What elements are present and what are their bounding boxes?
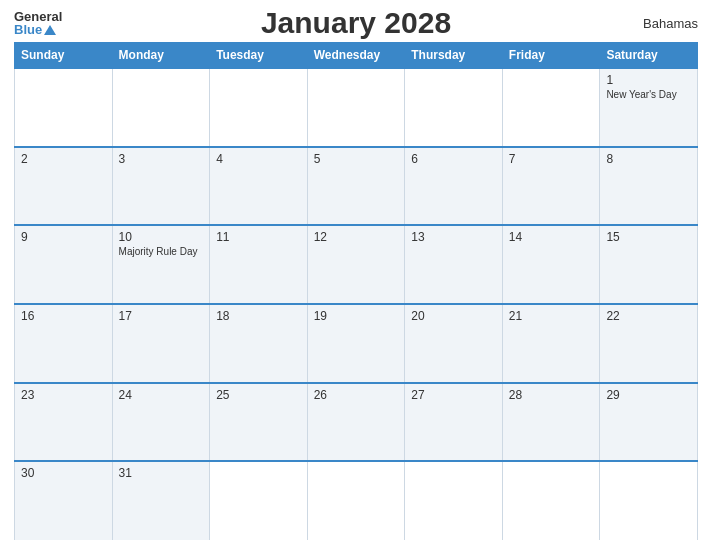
day-header-thursday: Thursday: [405, 43, 503, 69]
calendar-cell: 19: [307, 304, 405, 383]
day-number: 7: [509, 152, 594, 166]
day-number: 14: [509, 230, 594, 244]
day-number: 19: [314, 309, 399, 323]
day-number: 12: [314, 230, 399, 244]
calendar-week-row: 1New Year's Day: [15, 68, 698, 147]
day-number: 27: [411, 388, 496, 402]
day-number: 1: [606, 73, 691, 87]
calendar-cell: 17: [112, 304, 210, 383]
calendar-cell: 8: [600, 147, 698, 226]
day-number: 30: [21, 466, 106, 480]
calendar-cell: 5: [307, 147, 405, 226]
calendar-cell: 18: [210, 304, 308, 383]
calendar-cell: [502, 68, 600, 147]
calendar-cell: [210, 68, 308, 147]
calendar-page: General Blue January 2028 Bahamas Sunday…: [0, 0, 712, 550]
calendar-cell: 24: [112, 383, 210, 462]
day-number: 8: [606, 152, 691, 166]
day-number: 5: [314, 152, 399, 166]
day-header-monday: Monday: [112, 43, 210, 69]
logo-triangle-icon: [44, 25, 56, 35]
calendar-header: General Blue January 2028 Bahamas: [14, 10, 698, 36]
calendar-cell: 10Majority Rule Day: [112, 225, 210, 304]
calendar-cell: 3: [112, 147, 210, 226]
calendar-table: SundayMondayTuesdayWednesdayThursdayFrid…: [14, 42, 698, 540]
day-header-sunday: Sunday: [15, 43, 113, 69]
day-number: 9: [21, 230, 106, 244]
calendar-title: January 2028: [261, 6, 451, 40]
calendar-cell: 16: [15, 304, 113, 383]
calendar-cell: 23: [15, 383, 113, 462]
calendar-cell: 25: [210, 383, 308, 462]
day-number: 22: [606, 309, 691, 323]
calendar-cell: 21: [502, 304, 600, 383]
day-number: 10: [119, 230, 204, 244]
holiday-name: Majority Rule Day: [119, 246, 204, 257]
day-header-friday: Friday: [502, 43, 600, 69]
calendar-cell: 2: [15, 147, 113, 226]
country-name: Bahamas: [643, 16, 698, 31]
calendar-cell: 6: [405, 147, 503, 226]
calendar-cell: 12: [307, 225, 405, 304]
days-of-week-row: SundayMondayTuesdayWednesdayThursdayFrid…: [15, 43, 698, 69]
day-number: 18: [216, 309, 301, 323]
calendar-cell: 28: [502, 383, 600, 462]
day-number: 17: [119, 309, 204, 323]
day-number: 25: [216, 388, 301, 402]
calendar-cell: [405, 68, 503, 147]
holiday-name: New Year's Day: [606, 89, 691, 100]
calendar-week-row: 16171819202122: [15, 304, 698, 383]
calendar-cell: [15, 68, 113, 147]
calendar-cell: [307, 461, 405, 540]
calendar-week-row: 2345678: [15, 147, 698, 226]
calendar-cell: 27: [405, 383, 503, 462]
day-header-tuesday: Tuesday: [210, 43, 308, 69]
calendar-cell: 22: [600, 304, 698, 383]
calendar-cell: [405, 461, 503, 540]
day-header-saturday: Saturday: [600, 43, 698, 69]
day-number: 21: [509, 309, 594, 323]
day-number: 26: [314, 388, 399, 402]
day-header-wednesday: Wednesday: [307, 43, 405, 69]
day-number: 2: [21, 152, 106, 166]
day-number: 20: [411, 309, 496, 323]
calendar-cell: 9: [15, 225, 113, 304]
calendar-cell: 15: [600, 225, 698, 304]
day-number: 6: [411, 152, 496, 166]
calendar-body: 1New Year's Day2345678910Majority Rule D…: [15, 68, 698, 540]
calendar-cell: 31: [112, 461, 210, 540]
day-number: 28: [509, 388, 594, 402]
calendar-week-row: 23242526272829: [15, 383, 698, 462]
calendar-cell: [600, 461, 698, 540]
day-number: 13: [411, 230, 496, 244]
calendar-week-row: 910Majority Rule Day1112131415: [15, 225, 698, 304]
logo-blue-text: Blue: [14, 23, 42, 36]
calendar-cell: 29: [600, 383, 698, 462]
calendar-cell: 7: [502, 147, 600, 226]
calendar-cell: 11: [210, 225, 308, 304]
calendar-cell: 1New Year's Day: [600, 68, 698, 147]
calendar-cell: [210, 461, 308, 540]
day-number: 29: [606, 388, 691, 402]
calendar-cell: 30: [15, 461, 113, 540]
calendar-week-row: 3031: [15, 461, 698, 540]
day-number: 31: [119, 466, 204, 480]
calendar-cell: 4: [210, 147, 308, 226]
day-number: 23: [21, 388, 106, 402]
calendar-cell: 13: [405, 225, 503, 304]
calendar-cell: 14: [502, 225, 600, 304]
day-number: 24: [119, 388, 204, 402]
calendar-cell: 20: [405, 304, 503, 383]
day-number: 4: [216, 152, 301, 166]
day-number: 15: [606, 230, 691, 244]
logo: General Blue: [14, 10, 62, 36]
calendar-cell: [502, 461, 600, 540]
calendar-cell: 26: [307, 383, 405, 462]
day-number: 11: [216, 230, 301, 244]
calendar-cell: [112, 68, 210, 147]
day-number: 16: [21, 309, 106, 323]
calendar-header-row: SundayMondayTuesdayWednesdayThursdayFrid…: [15, 43, 698, 69]
day-number: 3: [119, 152, 204, 166]
calendar-cell: [307, 68, 405, 147]
